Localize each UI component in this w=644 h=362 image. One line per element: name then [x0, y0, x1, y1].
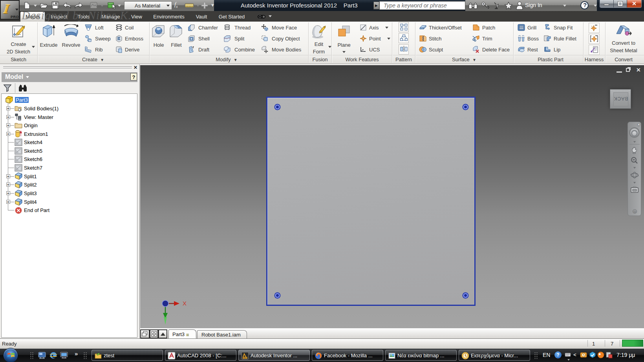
svg-text:X: X	[183, 300, 187, 307]
svg-text:PRO: PRO	[243, 357, 247, 359]
